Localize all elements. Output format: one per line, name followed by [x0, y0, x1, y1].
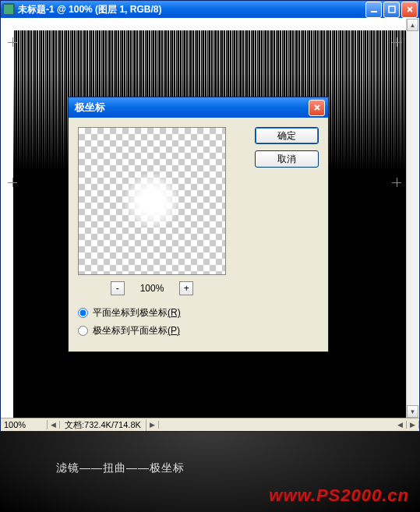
- radio-rect-to-polar-input[interactable]: [78, 308, 88, 318]
- vertical-scrollbar[interactable]: ▲ ▼: [406, 19, 418, 418]
- svg-rect-1: [371, 11, 377, 12]
- radio-polar-to-rect[interactable]: 极坐标到平面坐标(P): [78, 324, 319, 337]
- conversion-options: 平面坐标到极坐标(R) 极坐标到平面坐标(P): [78, 306, 319, 337]
- minimize-button[interactable]: [365, 2, 382, 18]
- dialog-title: 极坐标: [72, 101, 309, 115]
- status-arrow-left[interactable]: ◀: [48, 421, 60, 429]
- polar-coordinates-dialog: 极坐标 - 100% + 平面坐标到极坐标(R) 极坐标到平面坐标(P) 确定 …: [68, 97, 329, 352]
- window-controls: [365, 2, 418, 18]
- svg-rect-2: [389, 6, 395, 12]
- scroll-up-icon[interactable]: ▲: [407, 19, 418, 31]
- watermark: www.PS2000.cn: [269, 486, 409, 506]
- maximize-button[interactable]: [383, 2, 400, 18]
- scroll-down-icon[interactable]: ▼: [407, 405, 418, 418]
- radio-rect-to-polar-label: 平面坐标到极坐标(R): [93, 306, 181, 320]
- filter-preview[interactable]: [78, 127, 226, 275]
- cancel-button[interactable]: 取消: [255, 150, 319, 168]
- radio-rect-to-polar[interactable]: 平面坐标到极坐标(R): [78, 306, 319, 320]
- zoom-value: 100%: [140, 283, 164, 294]
- status-bar: 100% ◀ 文档:732.4K/714.8K ▶ ◀ ▶: [1, 418, 419, 431]
- zoom-controls: - 100% +: [78, 281, 226, 295]
- ok-button[interactable]: 确定: [255, 127, 319, 144]
- zoom-level[interactable]: 100%: [1, 420, 48, 429]
- caption-area: 滤镜——扭曲——极坐标 www.PS2000.cn: [0, 432, 420, 512]
- tutorial-caption: 滤镜——扭曲——极坐标: [56, 461, 185, 475]
- document-size: 文档:732.4K/714.8K: [60, 419, 146, 431]
- window-title: 未标题-1 @ 100% (图层 1, RGB/8): [18, 3, 365, 16]
- zoom-out-button[interactable]: -: [111, 281, 125, 295]
- radio-polar-to-rect-label: 极坐标到平面坐标(P): [93, 324, 180, 337]
- svg-rect-0: [4, 5, 13, 14]
- dialog-titlebar[interactable]: 极坐标: [69, 97, 328, 118]
- radio-polar-to-rect-input[interactable]: [78, 326, 88, 336]
- window-titlebar[interactable]: 未标题-1 @ 100% (图层 1, RGB/8): [1, 1, 419, 18]
- app-icon: [2, 3, 15, 16]
- scroll-left-icon[interactable]: ◀: [394, 421, 407, 429]
- zoom-in-button[interactable]: +: [179, 281, 193, 295]
- status-menu-arrow[interactable]: ▶: [146, 421, 159, 429]
- close-button[interactable]: [401, 2, 418, 18]
- dialog-close-button[interactable]: [309, 100, 325, 116]
- dialog-buttons: 确定 取消: [255, 127, 319, 168]
- scroll-right-icon[interactable]: ▶: [407, 421, 419, 429]
